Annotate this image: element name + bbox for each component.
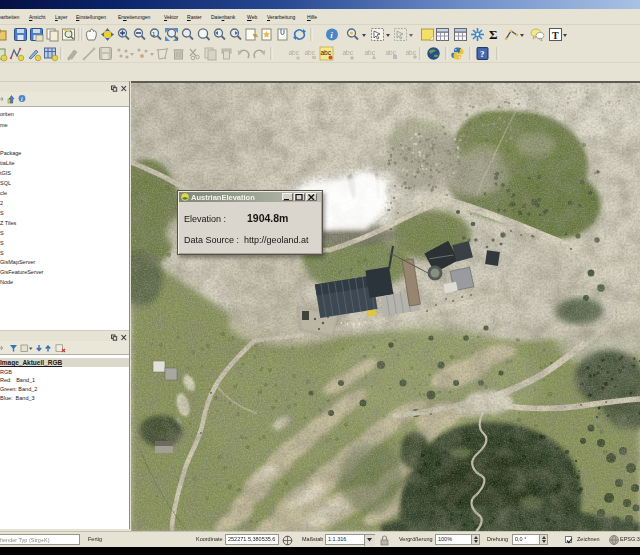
- svg-text:abc: abc: [365, 49, 376, 56]
- svg-text:abc: abc: [343, 49, 354, 56]
- svg-text:abc: abc: [406, 49, 417, 56]
- svg-text:?: ?: [480, 49, 485, 59]
- svg-text:abc: abc: [289, 49, 300, 56]
- svg-text:abc: abc: [321, 49, 332, 56]
- svg-text:abc: abc: [305, 49, 316, 56]
- svg-text:Σ: Σ: [489, 27, 498, 42]
- svg-text:abc: abc: [386, 49, 397, 56]
- svg-text:T: T: [552, 30, 559, 41]
